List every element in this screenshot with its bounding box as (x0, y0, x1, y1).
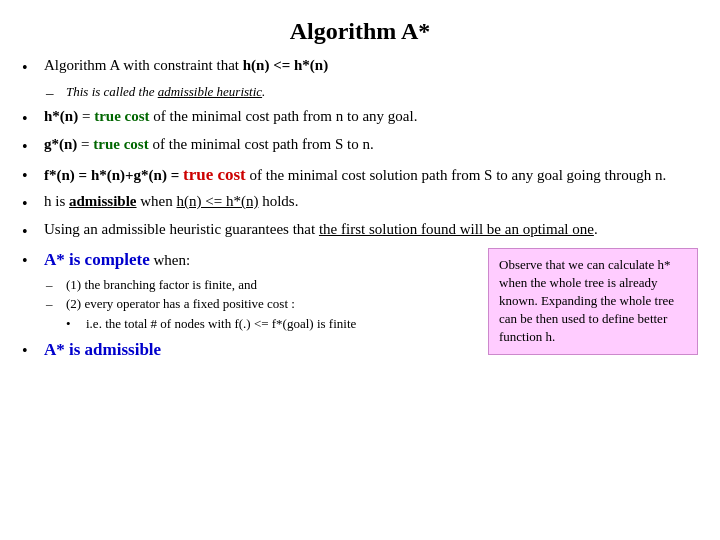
bullet-using-text: Using an admissible heuristic guarantees… (44, 219, 598, 241)
sub-complete-1: – (1) the branching factor is finite, an… (46, 276, 478, 294)
dash-c1: – (46, 276, 62, 294)
sub-complete-3: • i.e. the total # of nodes with f(.) <=… (46, 315, 478, 333)
bullet-complete-text: A* is complete when: (44, 248, 190, 273)
sub-complete-2: – (2) every operator has a fixed positiv… (46, 295, 478, 313)
bullet-complete: • A* is complete when: (22, 248, 478, 273)
bullet-h-admissible-text: h is admissible when h(n) <= h*(n) holds… (44, 191, 298, 213)
complete-label: A* is complete (44, 250, 150, 269)
bullet-c3: • (66, 315, 82, 333)
bullet-sym-adm2: • (22, 339, 40, 362)
pink-box-text: Observe that we can calculate h* when th… (499, 257, 674, 345)
bullet-sym-fn: • (22, 164, 40, 187)
bullet-sym-hadm: • (22, 192, 40, 215)
hn-label: h*(n) (44, 108, 78, 124)
sub-complete-2-text: (2) every operator has a fixed positive … (66, 295, 295, 313)
fn-true-cost: true cost (183, 165, 246, 184)
bullet-sym-using: • (22, 220, 40, 243)
bullet-admissible2: • A* is admissible (22, 338, 478, 363)
bullet-using: • Using an admissible heuristic guarante… (22, 219, 698, 243)
admissible2-label: A* is admissible (44, 338, 161, 363)
bullet-1: • Algorithm A with constraint that h(n) … (22, 55, 698, 79)
admissible-heuristic-text: admissible heuristic (158, 84, 262, 99)
bullet-fn-text: f*(n) = h*(n)+g*(n) = true cost of the m… (44, 163, 666, 188)
page-title: Algorithm A* (22, 18, 698, 45)
hn-true-cost: true cost (94, 108, 149, 124)
bullet-h-admissible: • h is admissible when h(n) <= h*(n) hol… (22, 191, 698, 215)
first-solution-text: the first solution found will be an opti… (319, 221, 594, 237)
gn-label: g*(n) (44, 136, 77, 152)
sub-admissible: – This is called the admissible heuristi… (46, 83, 698, 104)
bullet-sym-hn: • (22, 107, 40, 130)
dash-symbol: – (46, 83, 62, 104)
bottom-section: • A* is complete when: – (1) the branchi… (22, 248, 698, 367)
pink-info-box: Observe that we can calculate h* when th… (488, 248, 698, 355)
bullet-gn-text: g*(n) = true cost of the minimal cost pa… (44, 134, 374, 156)
admissible-word: admissible (69, 193, 137, 209)
admissible-note: This is called the admissible heuristic. (66, 83, 265, 101)
fn-formula: f*(n) = h*(n)+g*(n) = (44, 167, 183, 183)
sub-complete-1-text: (1) the branching factor is finite, and (66, 276, 257, 294)
bullet-1-text: Algorithm A with constraint that h(n) <=… (44, 55, 328, 77)
bullet-gn: • g*(n) = true cost of the minimal cost … (22, 134, 698, 158)
bullet-symbol: • (22, 56, 40, 79)
bullet-hn-text: h*(n) = true cost of the minimal cost pa… (44, 106, 417, 128)
dash-c2: – (46, 295, 62, 313)
constraint-formula: h(n) <= h*(n) (243, 57, 328, 73)
bullet-sym-gn: • (22, 135, 40, 158)
bullet-fn: • f*(n) = h*(n)+g*(n) = true cost of the… (22, 163, 698, 188)
bullet-hn: • h*(n) = true cost of the minimal cost … (22, 106, 698, 130)
gn-true-cost: true cost (93, 136, 148, 152)
bottom-left-content: • A* is complete when: – (1) the branchi… (22, 248, 478, 367)
admissible-condition: h(n) <= h*(n) (177, 193, 259, 209)
sub-complete-3-text: i.e. the total # of nodes with f(.) <= f… (86, 315, 356, 333)
bullet-sym-complete: • (22, 249, 40, 272)
